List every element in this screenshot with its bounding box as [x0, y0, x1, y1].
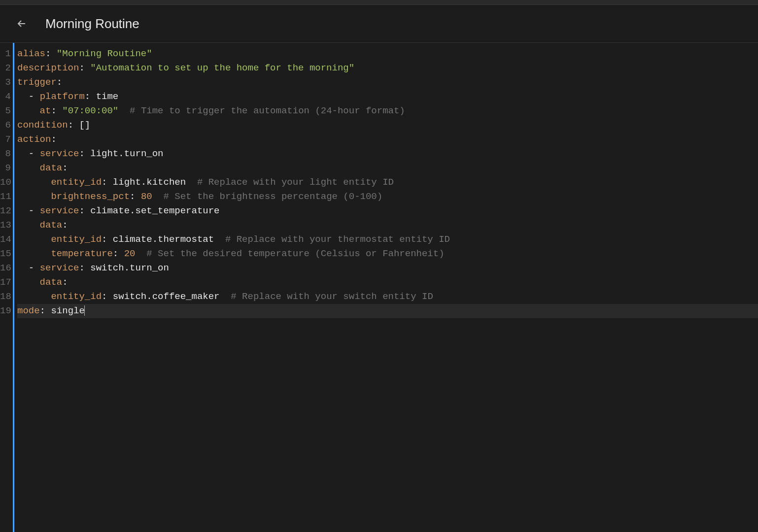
- code-token: platform: [40, 91, 85, 102]
- line-number-gutter: 12345678910111213141516171819: [0, 43, 13, 532]
- code-line[interactable]: data:: [17, 161, 758, 175]
- code-token: [17, 263, 29, 273]
- code-token: :: [57, 77, 62, 88]
- code-token: [135, 248, 146, 259]
- code-token: service: [40, 148, 79, 159]
- code-token: [17, 177, 51, 188]
- code-token: :: [102, 177, 113, 188]
- code-token: # Set the desired temperature (Celsius o…: [146, 248, 444, 259]
- code-token: :: [79, 63, 90, 73]
- code-line[interactable]: condition: []: [17, 118, 758, 133]
- code-token: switch.coffee_maker: [113, 291, 220, 302]
- code-token: [17, 148, 29, 159]
- line-number: 2: [0, 61, 13, 75]
- back-button[interactable]: [12, 14, 32, 33]
- code-token: :: [79, 148, 90, 159]
- code-token: mode: [17, 305, 40, 316]
- line-number: 11: [0, 190, 13, 204]
- code-token: time: [96, 91, 119, 102]
- code-content[interactable]: alias: "Morning Routine"description: "Au…: [14, 43, 758, 532]
- code-token: # Set the brightness percentage (0-100): [164, 191, 383, 202]
- code-line[interactable]: - service: switch.turn_on: [17, 261, 758, 275]
- code-token: entity_id: [51, 291, 102, 302]
- code-token: :: [85, 91, 96, 102]
- code-token: condition: [17, 120, 68, 131]
- code-token: # Replace with your thermostat entity ID: [225, 234, 450, 245]
- code-line[interactable]: action:: [17, 133, 758, 147]
- line-number: 8: [0, 147, 13, 161]
- page-title: Morning Routine: [45, 16, 139, 32]
- code-token: service: [40, 205, 79, 216]
- code-token: [152, 191, 164, 202]
- code-token: 80: [141, 191, 152, 202]
- line-number: 15: [0, 247, 13, 261]
- code-line[interactable]: - service: light.turn_on: [17, 147, 758, 161]
- code-line[interactable]: data:: [17, 218, 758, 233]
- line-number: 3: [0, 75, 13, 90]
- line-number: 6: [0, 118, 13, 133]
- code-token: :: [62, 277, 68, 288]
- line-number: 19: [0, 304, 13, 318]
- code-token: "07:00:00": [62, 105, 118, 116]
- line-number: 4: [0, 90, 13, 104]
- line-number: 12: [0, 204, 13, 218]
- code-token: at: [40, 105, 51, 116]
- code-token: [214, 234, 225, 245]
- page-header: Morning Routine: [0, 5, 758, 42]
- code-token: description: [17, 63, 79, 73]
- code-token: "Automation to set up the home for the m…: [90, 63, 354, 73]
- code-line[interactable]: entity_id: switch.coffee_maker # Replace…: [17, 290, 758, 304]
- code-token: :: [51, 134, 56, 145]
- line-number: 7: [0, 133, 13, 147]
- code-token: :: [102, 234, 113, 245]
- code-line[interactable]: temperature: 20 # Set the desired temper…: [17, 247, 758, 261]
- code-token: :: [130, 191, 141, 202]
- line-number: 5: [0, 104, 13, 118]
- line-number: 1: [0, 47, 13, 61]
- code-line[interactable]: - platform: time: [17, 90, 758, 104]
- code-token: [17, 191, 51, 202]
- code-token: # Replace with your light entity ID: [197, 177, 394, 188]
- code-token: climate.thermostat: [113, 234, 214, 245]
- code-token: action: [17, 134, 51, 145]
- arrow-left-icon: [16, 18, 28, 30]
- code-line[interactable]: at: "07:00:00" # Time to trigger the aut…: [17, 104, 758, 118]
- code-line[interactable]: entity_id: climate.thermostat # Replace …: [17, 233, 758, 247]
- code-line[interactable]: mode: single: [17, 304, 758, 318]
- code-line[interactable]: brightness_pct: 80 # Set the brightness …: [17, 190, 758, 204]
- code-line[interactable]: entity_id: light.kitchen # Replace with …: [17, 175, 758, 190]
- window-top-bar: [0, 0, 758, 5]
- text-cursor: [84, 305, 85, 316]
- code-token: :: [102, 291, 113, 302]
- code-token: 20: [124, 248, 136, 259]
- code-token: entity_id: [51, 234, 102, 245]
- code-token: :: [79, 263, 90, 273]
- code-line[interactable]: alias: "Morning Routine": [17, 47, 758, 61]
- code-token: :: [45, 48, 57, 59]
- code-line[interactable]: description: "Automation to set up the h…: [17, 61, 758, 75]
- code-token: [17, 248, 51, 259]
- code-line[interactable]: trigger:: [17, 75, 758, 90]
- code-token: :: [51, 105, 62, 116]
- code-line[interactable]: data:: [17, 275, 758, 290]
- code-line[interactable]: - service: climate.set_temperature: [17, 204, 758, 218]
- code-token: switch.turn_on: [90, 263, 169, 273]
- code-token: [17, 277, 40, 288]
- code-token: data: [40, 163, 63, 173]
- code-token: []: [79, 120, 90, 131]
- code-token: # Replace with your switch entity ID: [231, 291, 433, 302]
- line-number: 10: [0, 175, 13, 190]
- code-token: service: [40, 263, 79, 273]
- code-token: :: [62, 163, 68, 173]
- code-token: # Time to trigger the automation (24-hou…: [130, 105, 405, 116]
- line-number: 13: [0, 218, 13, 233]
- code-token: [17, 291, 51, 302]
- code-token: [17, 234, 51, 245]
- code-token: [17, 105, 40, 116]
- code-token: trigger: [17, 77, 57, 88]
- code-token: :: [68, 120, 79, 131]
- code-token: [17, 91, 29, 102]
- yaml-editor[interactable]: 12345678910111213141516171819 alias: "Mo…: [0, 42, 758, 532]
- code-token: :: [79, 205, 90, 216]
- code-token: alias: [17, 48, 45, 59]
